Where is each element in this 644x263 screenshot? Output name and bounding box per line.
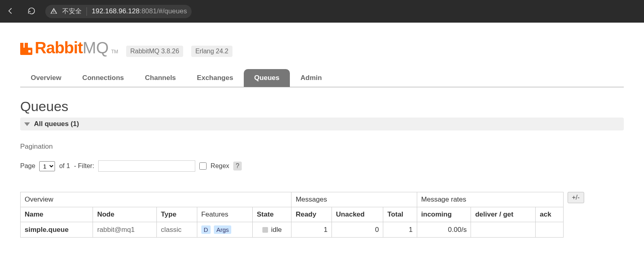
url-bar[interactable]: 不安全 192.168.96.128:8081/#/queues xyxy=(45,5,192,18)
col-ack[interactable]: ack xyxy=(536,207,563,222)
queue-deliver-get xyxy=(471,222,536,238)
table-row: simple.queue rabbit@mq1 classic D Args i… xyxy=(21,222,564,238)
tab-connections[interactable]: Connections xyxy=(72,69,135,87)
help-icon[interactable]: ? xyxy=(233,162,242,170)
browser-bar: 不安全 192.168.96.128:8081/#/queues xyxy=(0,0,644,23)
queue-state: idle xyxy=(271,226,282,234)
section-label: All queues (1) xyxy=(34,120,79,128)
chevron-down-icon xyxy=(24,122,30,126)
version-badge: RabbitMQ 3.8.26 xyxy=(126,46,183,57)
group-rates: Message rates xyxy=(417,192,563,207)
col-node[interactable]: Node xyxy=(93,207,157,222)
back-arrow-icon[interactable] xyxy=(6,7,15,16)
col-features[interactable]: Features xyxy=(197,207,253,222)
logo-tm: TM xyxy=(111,49,118,55)
logo-text: RabbitMQ xyxy=(35,39,109,57)
page-select[interactable]: 1 xyxy=(39,161,55,171)
group-messages: Messages xyxy=(291,192,417,207)
feature-badge-args: Args xyxy=(214,225,231,234)
col-type[interactable]: Type xyxy=(157,207,197,222)
queue-node: rabbit@mq1 xyxy=(97,226,135,234)
erlang-badge: Erlang 24.2 xyxy=(191,46,232,57)
logo[interactable]: RabbitMQ TM xyxy=(20,39,118,57)
queue-total: 1 xyxy=(383,222,417,238)
url-text: 192.168.96.128:8081/#/queues xyxy=(92,7,187,15)
queue-ready: 1 xyxy=(291,222,332,238)
queue-unacked: 0 xyxy=(332,222,383,238)
regex-label: Regex xyxy=(211,162,229,170)
tab-channels[interactable]: Channels xyxy=(135,69,187,87)
queue-name-link[interactable]: simple.queue xyxy=(25,226,69,234)
queue-incoming: 0.00/s xyxy=(417,222,471,238)
filter-label: - Filter: xyxy=(74,162,94,170)
col-incoming[interactable]: incoming xyxy=(417,207,471,222)
insecure-warning-icon xyxy=(50,7,57,16)
page-label: Page xyxy=(20,162,35,170)
state-dot-icon xyxy=(262,227,268,233)
col-state[interactable]: State xyxy=(253,207,291,222)
rabbitmq-logo-icon xyxy=(20,43,32,55)
group-overview: Overview xyxy=(21,192,291,207)
header: RabbitMQ TM RabbitMQ 3.8.26 Erlang 24.2 xyxy=(20,39,624,57)
queue-type: classic xyxy=(161,226,182,234)
tab-exchanges[interactable]: Exchanges xyxy=(186,69,244,87)
tab-admin[interactable]: Admin xyxy=(290,69,332,87)
of-label: of 1 xyxy=(59,162,70,170)
queue-ack xyxy=(536,222,563,238)
reload-icon[interactable] xyxy=(27,7,36,16)
insecure-label: 不安全 xyxy=(62,7,87,16)
page-title: Queues xyxy=(20,99,624,114)
regex-checkbox[interactable] xyxy=(199,162,207,170)
columns-toggle-button[interactable]: +/- xyxy=(568,192,584,203)
tab-queues[interactable]: Queues xyxy=(244,69,290,87)
tab-overview[interactable]: Overview xyxy=(20,69,72,87)
controls: Page 1 of 1 - Filter: Regex ? xyxy=(20,160,624,172)
col-unacked[interactable]: Unacked xyxy=(332,207,383,222)
feature-badge-d: D xyxy=(201,225,211,234)
section-all-queues[interactable]: All queues (1) xyxy=(20,118,624,130)
col-total[interactable]: Total xyxy=(383,207,417,222)
pagination-label: Pagination xyxy=(20,143,624,151)
queues-table: Overview Messages Message rates Name Nod… xyxy=(20,192,564,238)
filter-input[interactable] xyxy=(98,160,195,172)
col-ready[interactable]: Ready xyxy=(291,207,332,222)
col-deliver-get[interactable]: deliver / get xyxy=(471,207,536,222)
col-name[interactable]: Name xyxy=(21,207,93,222)
svg-rect-3 xyxy=(28,50,31,53)
tabs: Overview Connections Channels Exchanges … xyxy=(20,69,624,87)
